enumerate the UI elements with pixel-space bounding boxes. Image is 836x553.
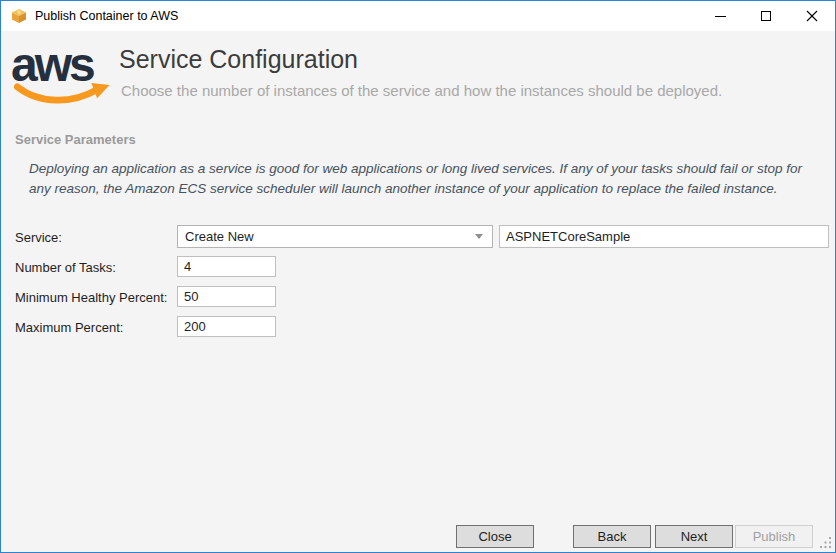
maximize-button[interactable] <box>743 1 789 31</box>
maximize-icon <box>761 11 771 21</box>
resize-grip-icon[interactable] <box>819 536 832 549</box>
close-icon <box>806 10 818 22</box>
window-title: Publish Container to AWS <box>35 9 178 23</box>
back-button[interactable]: Back <box>573 525 651 548</box>
minimum-healthy-percent-label: Minimum Healthy Percent: <box>15 290 167 305</box>
close-dialog-button[interactable]: Close <box>456 525 534 548</box>
maximum-percent-input[interactable] <box>177 316 276 337</box>
maximum-percent-label: Maximum Percent: <box>15 320 123 335</box>
service-name-input[interactable] <box>499 225 829 248</box>
package-icon <box>11 8 27 24</box>
publish-container-dialog: Publish Container to AWS aws Service Con… <box>0 0 836 553</box>
aws-logo: aws <box>11 45 115 107</box>
titlebar: Publish Container to AWS <box>1 1 835 31</box>
minimum-healthy-percent-input[interactable] <box>177 286 276 307</box>
number-of-tasks-label: Number of Tasks: <box>15 260 116 275</box>
number-of-tasks-input[interactable] <box>177 256 276 277</box>
page-subtitle: Choose the number of instances of the se… <box>121 82 722 99</box>
service-dropdown[interactable]: Create New <box>177 225 493 248</box>
next-button[interactable]: Next <box>655 525 733 548</box>
section-description: Deploying an application as a service is… <box>29 159 823 198</box>
section-title: Service Parameters <box>15 132 136 147</box>
service-dropdown-value: Create New <box>185 229 254 244</box>
service-label: Service: <box>15 230 62 245</box>
page-title: Service Configuration <box>119 45 358 74</box>
chevron-down-icon <box>475 234 483 239</box>
minimize-button[interactable] <box>697 1 743 31</box>
close-button[interactable] <box>789 1 835 31</box>
publish-button: Publish <box>735 525 813 548</box>
minimize-icon <box>715 16 726 17</box>
aws-logo-text: aws <box>11 45 115 86</box>
window-controls <box>697 1 835 31</box>
